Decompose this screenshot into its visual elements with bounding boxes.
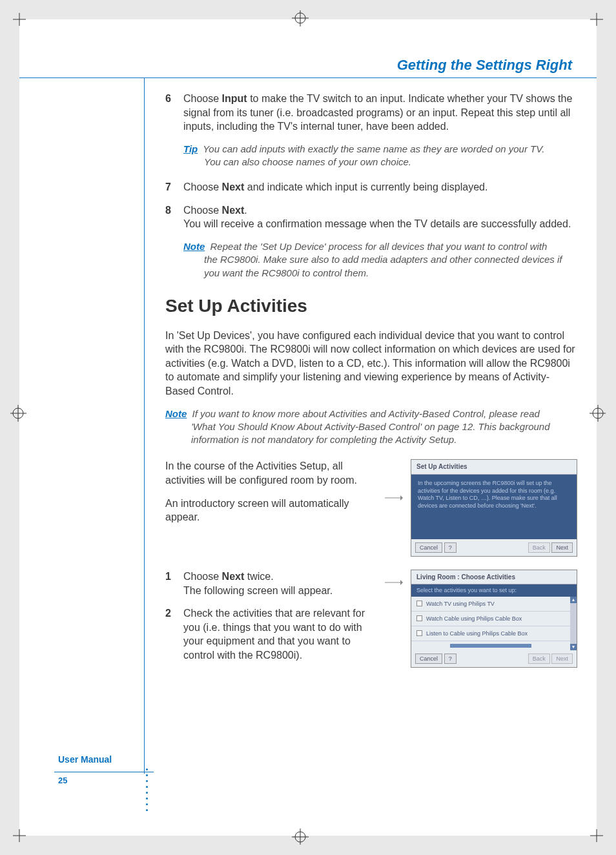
activity-checkbox-item[interactable]: Watch TV using Philips TV — [411, 597, 570, 612]
note-text: you want the RC9800i to control them. — [204, 267, 579, 280]
note-text: the RC9800i. Make sure also to add media… — [204, 253, 579, 266]
activity-checkbox-item[interactable]: Watch Cable using Philips Cable Box — [411, 612, 570, 626]
text: Choose — [183, 181, 222, 192]
checkbox-icon[interactable] — [416, 630, 422, 636]
step-body: Check the activities that are relevant f… — [183, 606, 377, 662]
header-rule — [19, 77, 597, 78]
checkbox-icon[interactable] — [416, 601, 422, 606]
section-paragraph: In 'Set Up Devices', you have configured… — [165, 329, 579, 398]
checkbox-icon[interactable] — [416, 615, 422, 621]
footer-rule — [54, 772, 154, 772]
text: twice. — [244, 571, 273, 582]
text: You will receive a confirmation message … — [183, 218, 571, 229]
note-block: Note Repeat the 'Set Up Device' process … — [183, 240, 579, 280]
step-body: Choose Input to make the TV switch to an… — [183, 92, 579, 134]
footer-label: User Manual — [58, 754, 112, 765]
screenshot-title: Living Room : Choose Activities — [411, 570, 577, 585]
step-number: 2 — [165, 606, 183, 662]
activity-label: Listen to Cable using Philips Cable Box — [426, 630, 528, 637]
vertical-rule — [144, 77, 145, 774]
activity-checkbox-item[interactable]: Listen to Cable using Philips Cable Box — [411, 626, 570, 641]
step-body: Choose Next twice. The following screen … — [183, 570, 377, 597]
cancel-button[interactable]: Cancel — [415, 542, 442, 553]
tip-label: Tip — [183, 143, 198, 154]
help-button[interactable]: ? — [444, 654, 457, 664]
step-7: 7 Choose Next and indicate which input i… — [165, 180, 579, 194]
scroll-up-icon[interactable]: ▴ — [570, 597, 577, 603]
note-text: information is not mandatory for complet… — [191, 433, 579, 446]
screenshot-choose-activities: Living Room : Choose Activities Select t… — [411, 570, 577, 668]
note-text: If you want to know more about Activitie… — [192, 408, 540, 419]
intro-text-1: In the course of the Activities Setup, a… — [165, 459, 377, 487]
page-number: 25 — [58, 776, 67, 785]
heading-set-up-activities: Set Up Activities — [165, 294, 579, 318]
step-6: 6 Choose Input to make the TV switch to … — [165, 92, 579, 134]
activity-label: Watch TV using Philips TV — [426, 600, 495, 608]
activity-label: Watch Cable using Philips Cable Box — [426, 615, 522, 623]
step-number: 8 — [165, 203, 183, 231]
arrow-icon — [385, 459, 403, 506]
tip-block: Tip You can add inputs with exactly the … — [183, 143, 579, 169]
screenshot-subtitle: Select the activities you want to set up… — [411, 584, 577, 596]
tip-text: You can add inputs with exactly the same… — [203, 143, 544, 154]
back-button[interactable]: Back — [528, 542, 550, 553]
bold: Next — [222, 571, 245, 582]
note-text: 'What You Should Know About Activity-Bas… — [191, 420, 579, 433]
step-body: Choose Next and indicate which input is … — [183, 180, 579, 194]
bold: Next — [222, 205, 245, 216]
scroll-down-icon[interactable]: ▾ — [570, 644, 577, 650]
help-button[interactable]: ? — [444, 542, 457, 553]
progress-bar — [450, 644, 531, 648]
note-label: Note — [165, 408, 187, 419]
intro-text-2: An introductory screen will automaticall… — [165, 497, 377, 524]
scrollbar[interactable]: ▴▾ — [570, 597, 577, 650]
text: Choose — [183, 205, 222, 216]
step-2: 2 Check the activities that are relevant… — [165, 606, 377, 662]
step-body: Choose Next. You will receive a confirma… — [183, 203, 579, 231]
bold: Next — [222, 181, 245, 192]
svg-marker-23 — [400, 580, 403, 585]
tip-text: You can also choose names of your own ch… — [204, 156, 579, 169]
section-header: Getting the Settings Right — [397, 57, 572, 74]
svg-marker-21 — [400, 495, 403, 500]
screenshot-set-up-activities: Set Up Activities In the upcoming screen… — [411, 459, 577, 557]
step-1: 1 Choose Next twice. The following scree… — [165, 570, 377, 597]
text: . — [244, 205, 247, 216]
note-block: Note If you want to know more about Acti… — [165, 407, 579, 447]
text: and indicate which input is currently be… — [244, 181, 488, 192]
step-number: 1 — [165, 570, 183, 597]
next-button[interactable]: Next — [551, 542, 573, 553]
text: The following screen will appear. — [183, 585, 333, 596]
arrow-icon — [385, 570, 403, 590]
text: Choose — [183, 93, 222, 104]
screenshot-title: Set Up Activities — [411, 460, 577, 475]
step-number: 7 — [165, 180, 183, 194]
screenshot-body-text: In the upcoming screens the RC9800i will… — [411, 475, 577, 539]
step-8: 8 Choose Next. You will receive a confir… — [165, 203, 579, 231]
dot-decoration — [146, 768, 148, 811]
note-text: Repeat the 'Set Up Device' process for a… — [210, 241, 548, 252]
next-button[interactable]: Next — [551, 654, 573, 664]
note-label: Note — [183, 241, 205, 252]
back-button[interactable]: Back — [528, 654, 550, 664]
cancel-button[interactable]: Cancel — [415, 654, 442, 664]
bold: Input — [222, 93, 247, 104]
step-number: 6 — [165, 92, 183, 134]
text: Choose — [183, 571, 222, 582]
